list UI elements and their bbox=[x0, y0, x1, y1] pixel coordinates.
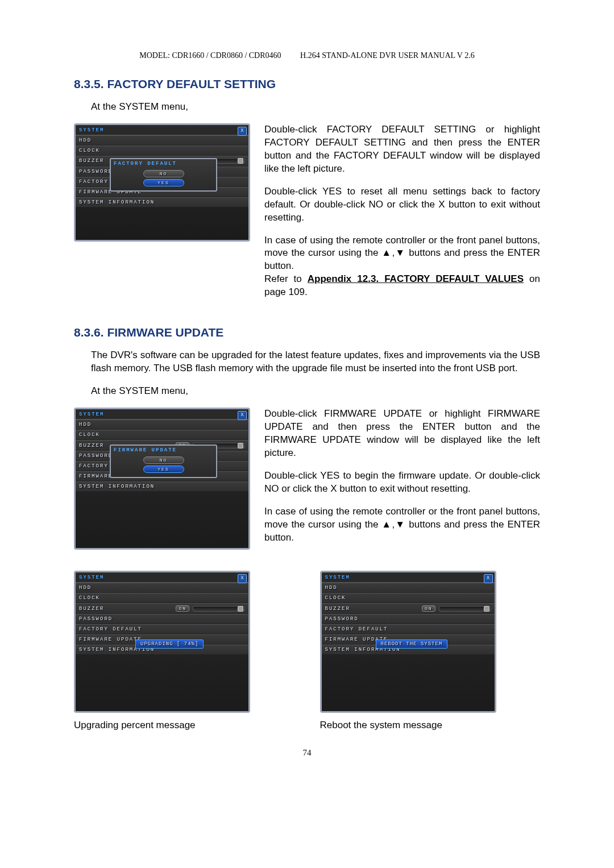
modal-title: FACTORY DEFAULT bbox=[111, 159, 216, 168]
s835-para1: Double-click FACTORY DEFAULT SETTING or … bbox=[264, 123, 540, 176]
s836-lead: At the SYSTEM menu, bbox=[91, 385, 540, 398]
dvr-window-title: SYSTEM bbox=[322, 572, 495, 583]
menu-item-buzzer[interactable]: BUZZER ON bbox=[76, 603, 248, 614]
menu-item-clock[interactable]: CLOCK bbox=[76, 430, 248, 440]
menu-item-password[interactable]: PASSWORD bbox=[76, 614, 248, 624]
screenshot-upgrading: SYSTEM X HDD CLOCK BUZZER ON PASSWORD FA… bbox=[74, 571, 250, 713]
modal-title: FIRMWARE UPDATE bbox=[111, 446, 216, 455]
close-icon[interactable]: X bbox=[238, 127, 247, 136]
s836-para3: In case of using the remote controller o… bbox=[264, 505, 540, 545]
screenshot-reboot: SYSTEM X HDD CLOCK BUZZER ON PASSWORD FA… bbox=[320, 571, 496, 713]
close-icon[interactable]: X bbox=[238, 411, 247, 420]
menu-item-hdd[interactable]: HDD bbox=[76, 135, 248, 146]
buzzer-on-label: ON bbox=[176, 605, 189, 612]
close-icon[interactable]: X bbox=[484, 574, 493, 583]
yes-button[interactable]: YES bbox=[143, 179, 184, 186]
s836-intro: The DVR's software can be upgraded for t… bbox=[91, 349, 540, 375]
dvr-window-title: SYSTEM bbox=[76, 572, 248, 583]
buzzer-slider[interactable] bbox=[439, 606, 491, 612]
menu-item-sysinfo[interactable]: SYSTEM INFORMATION bbox=[76, 481, 248, 492]
s836-para2: Double-click YES to begin the firmware u… bbox=[264, 470, 540, 496]
reboot-status: REBOOT THE SYSTEM bbox=[376, 639, 448, 649]
buzzer-slider[interactable] bbox=[193, 606, 245, 612]
menu-item-hdd[interactable]: HDD bbox=[322, 583, 495, 593]
menu-item-clock[interactable]: CLOCK bbox=[322, 593, 495, 603]
menu-item-password[interactable]: PASSWORD bbox=[322, 614, 495, 624]
menu-item-hdd[interactable]: HDD bbox=[76, 583, 248, 593]
screenshot-firmware-update: SYSTEM X HDD CLOCK BUZZER ON PASSWORD FA… bbox=[74, 408, 250, 550]
menu-item-sysinfo[interactable]: SYSTEM INFORMATION bbox=[76, 197, 248, 207]
dvr-window-title: SYSTEM bbox=[76, 409, 248, 420]
dvr-window-title: SYSTEM bbox=[76, 125, 248, 135]
section-835-lead: At the SYSTEM menu, bbox=[91, 101, 540, 114]
caption-upgrading: Upgrading percent message bbox=[74, 720, 294, 731]
close-icon[interactable]: X bbox=[238, 574, 247, 583]
firmware-update-modal: FIRMWARE UPDATE NO YES bbox=[110, 445, 217, 478]
page-header: MODEL: CDR1660 / CDR0860 / CDR0460 H.264… bbox=[74, 51, 540, 60]
section-836-title: 8.3.6. FIRMWARE UPDATE bbox=[74, 326, 540, 339]
buzzer-on-label: ON bbox=[422, 605, 435, 612]
section-835-title: 8.3.5. FACTORY DEFAULT SETTING bbox=[74, 77, 540, 91]
no-button[interactable]: NO bbox=[143, 170, 184, 177]
s835-para2: Double-click YES to reset all menu setti… bbox=[264, 185, 540, 225]
appendix-link[interactable]: Appendix 12.3. FACTORY DEFAULT VALUES bbox=[308, 273, 524, 284]
menu-item-clock[interactable]: CLOCK bbox=[76, 593, 248, 603]
no-button[interactable]: NO bbox=[143, 456, 184, 464]
header-manual: H.264 STAND-ALONE DVR USER MANUAL V 2.6 bbox=[300, 51, 475, 60]
s835-refer: Refer to Appendix 12.3. FACTORY DEFAULT … bbox=[264, 273, 540, 299]
header-model: MODEL: CDR1660 / CDR0860 / CDR0460 bbox=[139, 51, 281, 60]
caption-reboot: Reboot the system message bbox=[320, 720, 541, 731]
s836-para1: Double-click FIRMWARE UPDATE or highligh… bbox=[264, 408, 540, 460]
factory-default-modal: FACTORY DEFAULT NO YES bbox=[110, 158, 217, 192]
menu-item-factory[interactable]: FACTORY DEFAULT bbox=[322, 624, 495, 634]
menu-item-factory[interactable]: FACTORY DEFAULT bbox=[76, 624, 248, 634]
menu-item-hdd[interactable]: HDD bbox=[76, 420, 248, 430]
menu-item-clock[interactable]: CLOCK bbox=[76, 146, 248, 156]
page-number: 74 bbox=[74, 748, 540, 758]
menu-item-buzzer[interactable]: BUZZER ON bbox=[322, 603, 495, 614]
s835-para3: In case of using the remote controller o… bbox=[264, 234, 540, 273]
upgrading-status: UPGRADING [ 74%] bbox=[135, 639, 204, 649]
yes-button[interactable]: YES bbox=[143, 466, 184, 473]
screenshot-factory-default: SYSTEM X HDD CLOCK BUZZER ON PASSWORD FA… bbox=[74, 123, 250, 242]
